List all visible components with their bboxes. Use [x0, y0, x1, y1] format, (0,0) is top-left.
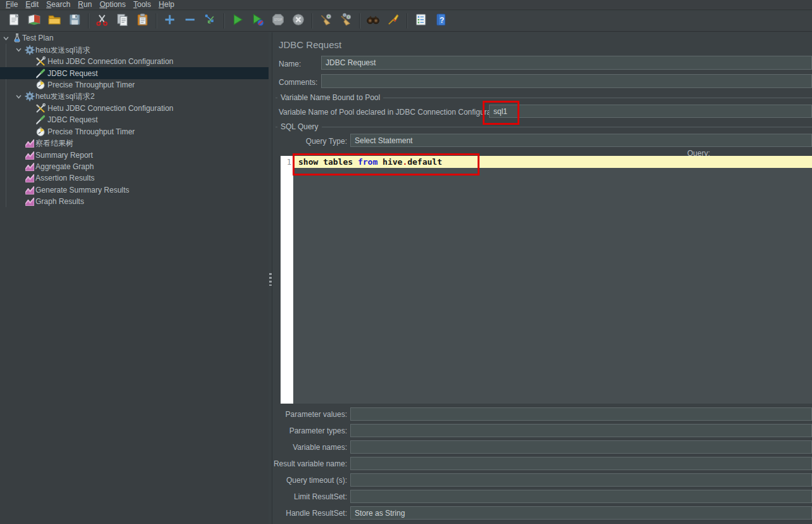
- chevron-down-icon[interactable]: [3, 35, 10, 42]
- page-title: JDBC Request: [279, 39, 341, 50]
- stop-icon: STOP: [271, 13, 285, 29]
- shutdown-button[interactable]: [291, 13, 306, 29]
- query-timeout-input[interactable]: [350, 473, 812, 487]
- toolbar-separator: [312, 13, 312, 29]
- tree-item-label: hetu发送sql请求: [35, 44, 91, 56]
- clear-all-icon: [339, 13, 353, 29]
- chevron-down-icon[interactable]: [15, 93, 22, 100]
- listener-icon: [25, 150, 35, 160]
- save-button[interactable]: [67, 13, 82, 29]
- tree-item-summary-report[interactable]: Summary Report: [0, 149, 269, 160]
- sql-query-group-border: [276, 127, 812, 127]
- limit-resultset-input[interactable]: [350, 490, 812, 503]
- sql-code-line[interactable]: show tables from hive.default: [298, 157, 442, 167]
- menu-help[interactable]: Help: [155, 0, 179, 10]
- tree-item-label: Precise Throughput Timer: [48, 126, 135, 137]
- jdbc-config-icon: [35, 56, 46, 67]
- comments-label: Comments:: [279, 78, 317, 87]
- paste-button[interactable]: [135, 13, 150, 29]
- start-button[interactable]: [230, 13, 245, 29]
- listener-icon: [25, 138, 35, 148]
- tree-item-jdbc-request-1[interactable]: JDBC Request: [0, 67, 269, 79]
- splitter-grip-icon[interactable]: [269, 273, 272, 286]
- tree-item-view-results-tree[interactable]: 察看结果树: [0, 137, 269, 149]
- tree-item-precise-throughput-timer-2[interactable]: Precise Throughput Timer: [0, 126, 269, 137]
- clear-button[interactable]: [318, 13, 333, 29]
- tree-item-thread-group-hetu-2[interactable]: hetu发送sql请求2: [0, 91, 269, 102]
- tree-item-generate-summary-results[interactable]: Generate Summary Results: [0, 184, 269, 196]
- listener-icon: [25, 185, 35, 195]
- add-button[interactable]: [162, 13, 177, 29]
- menu-run[interactable]: Run: [74, 0, 96, 10]
- tree-item-thread-group-hetu-1[interactable]: hetu发送sql请求: [0, 44, 269, 55]
- tree-item-label: Assertion Results: [35, 172, 94, 184]
- tree-item-label: Graph Results: [35, 196, 84, 207]
- pool-variable-input[interactable]: [489, 105, 812, 118]
- help-button[interactable]: ?: [433, 13, 448, 29]
- remove-icon: [183, 13, 197, 29]
- tree-item-label: Precise Throughput Timer: [48, 79, 135, 91]
- tree-item-aggregate-graph[interactable]: Aggregate Graph: [0, 161, 269, 172]
- name-input[interactable]: [321, 56, 812, 70]
- chevron-down-icon[interactable]: [15, 46, 22, 53]
- cut-icon: [95, 13, 109, 29]
- handle-resultset-select[interactable]: [350, 506, 812, 520]
- start-no-pauses-button[interactable]: [250, 13, 265, 29]
- pool-group-title: Variable Name Bound to Pool: [277, 93, 383, 102]
- variable-names-input[interactable]: [350, 440, 812, 454]
- menu-options[interactable]: Options: [96, 0, 129, 10]
- clear-search-button[interactable]: [386, 13, 401, 29]
- query-type-select[interactable]: [350, 134, 812, 147]
- timer-icon: [35, 127, 46, 137]
- tree-item-precise-throughput-timer-1[interactable]: Precise Throughput Timer: [0, 79, 269, 91]
- tree-item-jdbc-request-2[interactable]: JDBC Request: [0, 114, 269, 125]
- tree-item-graph-results[interactable]: Graph Results: [0, 196, 269, 207]
- thread-group-icon: [25, 91, 35, 101]
- parameter-values-input[interactable]: [350, 407, 812, 421]
- tree-item-jdbc-connection-config-1[interactable]: Hetu JDBC Connection Configuration: [0, 56, 269, 67]
- copy-button[interactable]: [115, 13, 130, 29]
- tree-item-jdbc-connection-config-2[interactable]: Hetu JDBC Connection Configuration: [0, 103, 269, 114]
- tree-item-label: JDBC Request: [48, 68, 98, 79]
- parameter-types-label: Parameter types:: [273, 426, 347, 435]
- templates-button[interactable]: [27, 13, 42, 29]
- new-button[interactable]: [6, 13, 22, 29]
- reset-button[interactable]: [203, 13, 218, 29]
- help-icon: ?: [434, 13, 448, 29]
- search-button[interactable]: [365, 13, 381, 29]
- tree-item-assertion-results[interactable]: Assertion Results: [0, 172, 269, 184]
- variable-names-label: Variable names:: [273, 443, 347, 452]
- handle-resultset-label: Handle ResultSet:: [273, 509, 347, 518]
- code-token-plain: default: [407, 157, 442, 167]
- menu-file[interactable]: File: [2, 0, 22, 10]
- jdbc-config-icon: [35, 103, 46, 113]
- parameter-types-input[interactable]: [350, 424, 812, 437]
- tree-item-test-plan[interactable]: Test Plan: [0, 32, 269, 44]
- result-variable-name-input[interactable]: [350, 457, 812, 470]
- add-icon: [163, 13, 177, 29]
- thread-group-icon: [25, 45, 35, 55]
- clear-all-button[interactable]: [338, 13, 353, 29]
- panel-splitter[interactable]: [269, 32, 272, 524]
- comments-input[interactable]: [321, 74, 812, 88]
- tree-item-label: Test Plan: [22, 32, 53, 44]
- tree-item-label: 察看结果树: [35, 137, 73, 149]
- tree-item-label: Hetu JDBC Connection Configuration: [48, 56, 174, 67]
- open-button[interactable]: [47, 13, 62, 29]
- stop-button[interactable]: STOP: [270, 13, 286, 29]
- sql-query-editor[interactable]: 1 show tables from hive.default: [281, 156, 812, 404]
- shutdown-icon: [291, 13, 305, 29]
- listener-icon: [25, 173, 35, 183]
- remove-button[interactable]: [182, 13, 198, 29]
- toolbar: STOP?: [0, 11, 812, 32]
- tree-item-label: JDBC Request: [48, 114, 98, 125]
- code-token-keyword: from: [358, 157, 377, 167]
- cut-button[interactable]: [94, 13, 110, 29]
- toolbar-separator: [156, 13, 156, 29]
- menu-search[interactable]: Search: [42, 0, 74, 10]
- listener-icon: [25, 162, 35, 172]
- function-helper-button[interactable]: [413, 13, 428, 29]
- menu-tools[interactable]: Tools: [130, 0, 155, 10]
- code-token-plain: hive: [377, 157, 402, 167]
- menu-edit[interactable]: Edit: [22, 0, 42, 10]
